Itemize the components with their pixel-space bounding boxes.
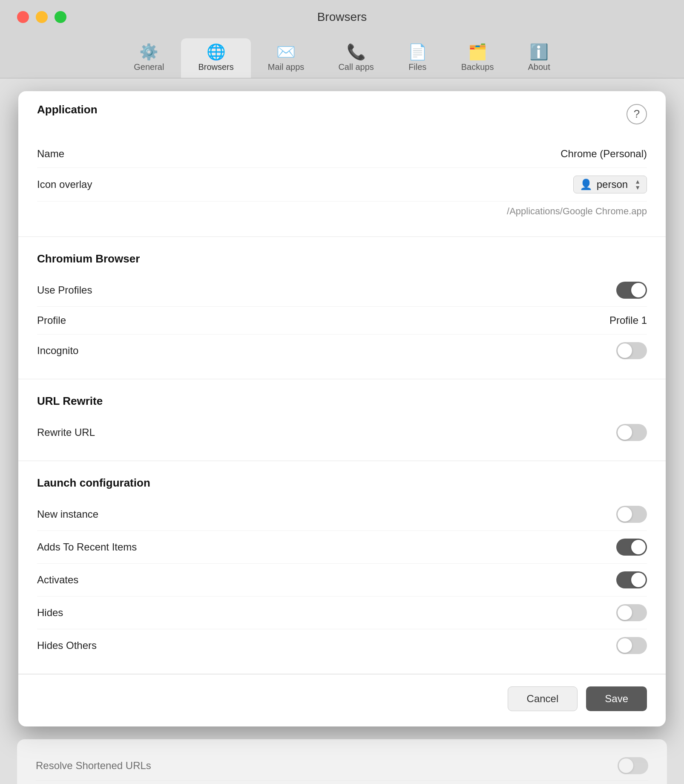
profile-label: Profile bbox=[37, 314, 66, 326]
adds-recent-row: Adds To Recent Items bbox=[37, 531, 647, 564]
rewrite-url-label: Rewrite URL bbox=[37, 427, 95, 438]
sidebar-item-mail-apps[interactable]: ✉️ Mail apps bbox=[251, 38, 322, 78]
activates-toggle[interactable] bbox=[616, 571, 647, 588]
application-title: Application bbox=[37, 103, 98, 116]
sidebar-item-files[interactable]: 📄 Files bbox=[391, 38, 444, 78]
new-instance-toggle[interactable] bbox=[616, 506, 647, 523]
use-profiles-row: Use Profiles bbox=[37, 274, 647, 307]
resolve-shortened-toggle[interactable] bbox=[618, 757, 648, 774]
mail-icon: ✉️ bbox=[276, 44, 296, 60]
browsers-icon: 🌐 bbox=[207, 44, 226, 60]
backups-label: Backups bbox=[461, 62, 494, 72]
use-profiles-knob bbox=[631, 283, 646, 297]
maximize-button[interactable] bbox=[55, 11, 66, 23]
person-icon: 👤 bbox=[580, 179, 592, 190]
url-rewrite-title: URL Rewrite bbox=[37, 395, 647, 408]
profile-row: Profile Profile 1 bbox=[37, 307, 647, 334]
files-icon: 📄 bbox=[408, 44, 427, 60]
name-row: Name Chrome (Personal) bbox=[37, 140, 647, 168]
hides-others-toggle[interactable] bbox=[616, 637, 647, 654]
chromium-section: Chromium Browser Use Profiles Profile Pr… bbox=[18, 237, 666, 379]
window-controls bbox=[17, 11, 66, 23]
name-value: Chrome (Personal) bbox=[560, 148, 647, 160]
adds-recent-toggle[interactable] bbox=[616, 539, 647, 556]
use-profiles-label: Use Profiles bbox=[37, 284, 92, 296]
rewrite-url-row: Rewrite URL bbox=[37, 416, 647, 449]
hides-others-label: Hides Others bbox=[37, 640, 97, 651]
files-label: Files bbox=[408, 62, 426, 72]
rewrite-url-knob bbox=[618, 425, 632, 440]
incognito-label: Incognito bbox=[37, 345, 78, 357]
chevron-up-icon: ▲ bbox=[635, 179, 641, 184]
icon-overlay-label: Icon overlay bbox=[37, 179, 92, 190]
icon-overlay-selector[interactable]: 👤 person ▲ ▼ bbox=[573, 176, 647, 193]
application-header: Application ? bbox=[18, 91, 666, 125]
use-profiles-toggle[interactable] bbox=[616, 282, 647, 299]
sidebar-item-general[interactable]: ⚙️ General bbox=[117, 38, 181, 78]
general-icon: ⚙️ bbox=[139, 44, 158, 60]
general-label: General bbox=[134, 62, 164, 72]
adds-recent-label: Adds To Recent Items bbox=[37, 541, 137, 553]
new-instance-knob bbox=[618, 507, 632, 522]
hides-toggle[interactable] bbox=[616, 604, 647, 621]
toolbar: ⚙️ General 🌐 Browsers ✉️ Mail apps 📞 Cal… bbox=[0, 34, 684, 78]
activates-row: Activates bbox=[37, 564, 647, 597]
application-section: Name Chrome (Personal) Icon overlay 👤 pe… bbox=[18, 125, 666, 237]
resolve-shortened-row: Resolve Shortened URLs bbox=[36, 751, 648, 781]
backups-icon: 🗂️ bbox=[468, 44, 487, 60]
main-area: Application ? Name Chrome (Personal) Ico… bbox=[0, 78, 684, 739]
activates-knob bbox=[631, 573, 646, 587]
call-label: Call apps bbox=[338, 62, 374, 72]
launch-section: Launch configuration New instance Adds T… bbox=[18, 461, 666, 674]
call-icon: 📞 bbox=[347, 44, 366, 60]
new-instance-label: New instance bbox=[37, 508, 98, 520]
about-icon: ℹ️ bbox=[529, 44, 549, 60]
incognito-row: Incognito bbox=[37, 334, 647, 367]
chevron-down-icon: ▼ bbox=[635, 184, 641, 190]
profile-value: Profile 1 bbox=[609, 314, 647, 326]
minimize-button[interactable] bbox=[36, 11, 48, 23]
hides-label: Hides bbox=[37, 607, 63, 619]
hides-knob bbox=[618, 605, 632, 620]
save-button[interactable]: Save bbox=[586, 686, 647, 711]
titlebar: Browsers bbox=[0, 0, 684, 34]
about-label: About bbox=[528, 62, 550, 72]
name-label: Name bbox=[37, 148, 64, 160]
browsers-label: Browsers bbox=[198, 62, 233, 72]
launch-title: Launch configuration bbox=[37, 476, 647, 490]
url-rewrite-section: URL Rewrite Rewrite URL bbox=[18, 379, 666, 461]
sidebar-item-backups[interactable]: 🗂️ Backups bbox=[444, 38, 511, 78]
activates-label: Activates bbox=[37, 574, 78, 586]
rewrite-url-toggle[interactable] bbox=[616, 424, 647, 441]
hides-others-knob bbox=[618, 638, 632, 653]
help-button[interactable]: ? bbox=[627, 104, 647, 124]
chromium-title: Chromium Browser bbox=[37, 252, 647, 265]
hides-others-row: Hides Others bbox=[37, 629, 647, 662]
hides-row: Hides bbox=[37, 597, 647, 629]
sidebar-item-browsers[interactable]: 🌐 Browsers bbox=[181, 38, 250, 78]
sidebar-item-about[interactable]: ℹ️ About bbox=[511, 38, 567, 78]
close-button[interactable] bbox=[17, 11, 29, 23]
app-path: /Applications/Google Chrome.app bbox=[37, 202, 647, 221]
dialog: Application ? Name Chrome (Personal) Ico… bbox=[18, 91, 666, 726]
dialog-footer: Cancel Save bbox=[18, 674, 666, 726]
incognito-knob bbox=[618, 343, 632, 358]
resolve-shortened-label: Resolve Shortened URLs bbox=[36, 760, 151, 772]
resolve-shortened-knob bbox=[619, 758, 633, 773]
cancel-button[interactable]: Cancel bbox=[508, 686, 578, 711]
window-title: Browsers bbox=[317, 10, 367, 24]
mail-label: Mail apps bbox=[268, 62, 305, 72]
new-instance-row: New instance bbox=[37, 498, 647, 531]
icon-overlay-row: Icon overlay 👤 person ▲ ▼ bbox=[37, 168, 647, 202]
icon-overlay-value: person bbox=[597, 179, 628, 190]
adds-recent-knob bbox=[631, 540, 646, 554]
stepper-arrows[interactable]: ▲ ▼ bbox=[635, 179, 641, 190]
incognito-toggle[interactable] bbox=[616, 342, 647, 359]
sidebar-item-call-apps[interactable]: 📞 Call apps bbox=[321, 38, 391, 78]
